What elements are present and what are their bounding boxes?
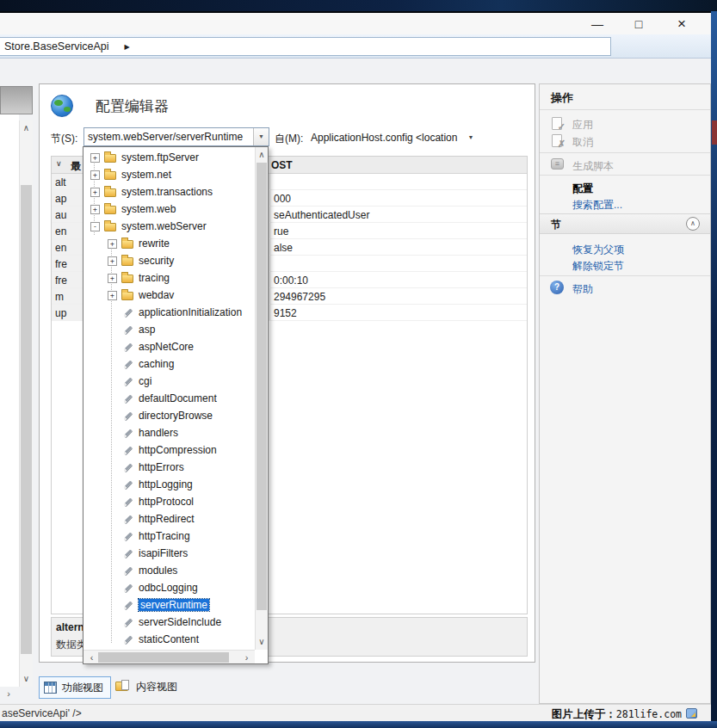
tab-features-label: 功能视图	[62, 682, 103, 694]
scroll-up-icon[interactable]: ∧	[256, 149, 268, 161]
tree-item-label: handlers	[139, 427, 178, 439]
tree-vertical-scrollbar[interactable]: ∧ ∨	[255, 147, 268, 650]
tree-item-label: caching	[139, 358, 174, 370]
tree-item-tracing[interactable]: +tracing	[83, 269, 255, 287]
section-combobox-value: system.webServer/serverRuntime	[88, 131, 253, 143]
help-icon: ?	[550, 281, 564, 294]
connections-panel-header	[0, 86, 33, 114]
tree-item-httpErrors[interactable]: httpErrors	[83, 459, 255, 476]
tree-item-label: system.webServer	[121, 220, 207, 232]
expand-box-icon[interactable]: +	[90, 153, 100, 163]
scroll-left-icon[interactable]: ‹	[85, 651, 98, 663]
breadcrumb-address-bar[interactable]: Store.BaseServiceApi▶	[0, 37, 611, 56]
scroll-right-icon[interactable]: ›	[2, 687, 15, 700]
tree-item-httpLogging[interactable]: httpLogging	[83, 476, 255, 493]
minimize-button[interactable]: —	[584, 14, 610, 34]
section-pencil-icon	[124, 326, 133, 335]
help-label[interactable]: 帮助	[572, 282, 593, 297]
connections-vertical-scrollbar[interactable]: ∧ ∨	[19, 120, 33, 687]
tree-item-security[interactable]: +security	[83, 252, 255, 269]
tree-item-modules[interactable]: modules	[83, 562, 255, 579]
tree-item-applicationInitialization[interactable]: applicationInitialization	[83, 304, 255, 321]
expand-box-icon[interactable]: +	[90, 205, 100, 214]
tree-item-label: webdav	[139, 289, 174, 301]
tree-item-httpProtocol[interactable]: httpProtocol	[83, 493, 255, 510]
separator	[540, 275, 710, 276]
tree-item-label: httpErrors	[139, 461, 184, 473]
combobox-dropdown-icon[interactable]: ▼	[253, 128, 269, 145]
scroll-down-icon[interactable]: ∨	[256, 636, 268, 648]
breadcrumb[interactable]: Store.BaseServiceApi	[4, 40, 109, 52]
scrollbar-thumb[interactable]	[21, 185, 32, 654]
tree-item-cgi[interactable]: cgi	[83, 373, 255, 390]
tree-item-system.net[interactable]: +system.net	[83, 166, 255, 183]
tree-item-label: security	[139, 255, 174, 267]
scrollbar-thumb[interactable]	[257, 163, 267, 610]
group-header-name: 最	[71, 159, 81, 174]
from-combobox[interactable]: ApplicationHost.config <location▼	[311, 132, 473, 144]
section-pencil-icon	[124, 309, 133, 318]
section-pencil-icon	[124, 498, 133, 507]
collapse-section-icon[interactable]: ∧	[686, 217, 700, 231]
expand-box-icon[interactable]: +	[108, 291, 117, 300]
tree-item-serverRuntime[interactable]: serverRuntime	[83, 596, 255, 614]
collapse-chevron-icon[interactable]: ∨	[56, 159, 62, 168]
tree-item-label: httpTracing	[139, 530, 190, 542]
tree-item-httpRedirect[interactable]: httpRedirect	[83, 510, 255, 527]
close-button[interactable]: ×	[669, 14, 695, 34]
section-group-header[interactable]: 节 ∧	[540, 213, 710, 234]
from-dropdown-icon[interactable]: ▼	[467, 134, 473, 140]
tree-item-label: directoryBrowse	[139, 410, 213, 422]
expand-box-icon[interactable]: +	[108, 256, 117, 266]
section-combobox[interactable]: system.webServer/serverRuntime ▼	[83, 127, 269, 146]
folder-icon	[104, 154, 116, 163]
expand-box-icon[interactable]: +	[90, 170, 100, 180]
tree-item-isapiFilters[interactable]: isapiFilters	[83, 545, 255, 562]
maximize-button[interactable]: □	[626, 14, 652, 34]
restore-parent-label[interactable]: 恢复为父项	[572, 243, 624, 257]
tree-item-aspNetCore[interactable]: aspNetCore	[83, 338, 255, 355]
section-pencil-icon	[124, 343, 133, 352]
tab-features-view[interactable]: 功能视图	[39, 676, 111, 699]
scroll-right-icon[interactable]: ›	[240, 651, 253, 663]
search-config-link[interactable]: 搜索配置...	[540, 196, 710, 213]
section-pencil-icon	[124, 412, 133, 421]
restore-parent-link[interactable]: 恢复为父项	[540, 241, 710, 258]
tree-item-staticContent[interactable]: staticContent	[83, 631, 255, 648]
cancel-label: 取消	[572, 135, 593, 150]
status-config-text: aseServiceApi' />	[2, 707, 82, 719]
tree-item-asp[interactable]: asp	[83, 321, 255, 338]
collapse-box-icon[interactable]: -	[90, 222, 100, 231]
tree-item-handlers[interactable]: handlers	[83, 424, 255, 441]
unlock-section-link[interactable]: 解除锁定节	[540, 257, 710, 275]
help-link[interactable]: ? 帮助	[540, 281, 710, 298]
tab-content-view[interactable]: 内容视图	[115, 676, 182, 699]
unlock-section-label[interactable]: 解除锁定节	[572, 259, 624, 274]
content-view-icon	[115, 682, 128, 691]
tree-item-httpCompression[interactable]: httpCompression	[83, 441, 255, 459]
tree-item-directoryBrowse[interactable]: directoryBrowse	[83, 407, 255, 424]
expand-box-icon[interactable]: +	[90, 188, 100, 197]
tree-horizontal-scrollbar[interactable]: ‹ ›	[83, 650, 255, 663]
tree-item-system.transactions[interactable]: +system.transactions	[83, 183, 255, 201]
scrollbar-thumb[interactable]	[98, 652, 229, 663]
tree-item-label: serverSideInclude	[139, 616, 221, 628]
tree-item-httpTracing[interactable]: httpTracing	[83, 527, 255, 545]
expand-box-icon[interactable]: +	[108, 274, 117, 283]
tree-item-serverSideInclude[interactable]: serverSideInclude	[83, 614, 255, 631]
tree-item-defaultDocument[interactable]: defaultDocument	[83, 390, 255, 407]
tree-item-system.ftpServer[interactable]: +system.ftpServer	[83, 149, 255, 166]
expand-box-icon[interactable]: +	[108, 239, 117, 249]
tree-item-system.webServer[interactable]: -system.webServer	[83, 218, 255, 235]
scroll-down-icon[interactable]: ∨	[20, 673, 33, 685]
tree-item-rewrite[interactable]: +rewrite	[83, 235, 255, 252]
tree-item-odbcLogging[interactable]: odbcLogging	[83, 579, 255, 596]
tree-item-webdav[interactable]: +webdav	[83, 287, 255, 304]
apply-label: 应用	[572, 118, 593, 133]
scroll-up-icon[interactable]: ∧	[20, 122, 33, 134]
tree-item-caching[interactable]: caching	[83, 355, 255, 373]
tree-item-system.web[interactable]: +system.web	[83, 201, 255, 218]
breadcrumb-chevron-icon[interactable]: ▶	[125, 43, 130, 51]
search-config-label[interactable]: 搜索配置...	[572, 198, 622, 213]
section-pencil-icon	[124, 550, 133, 558]
